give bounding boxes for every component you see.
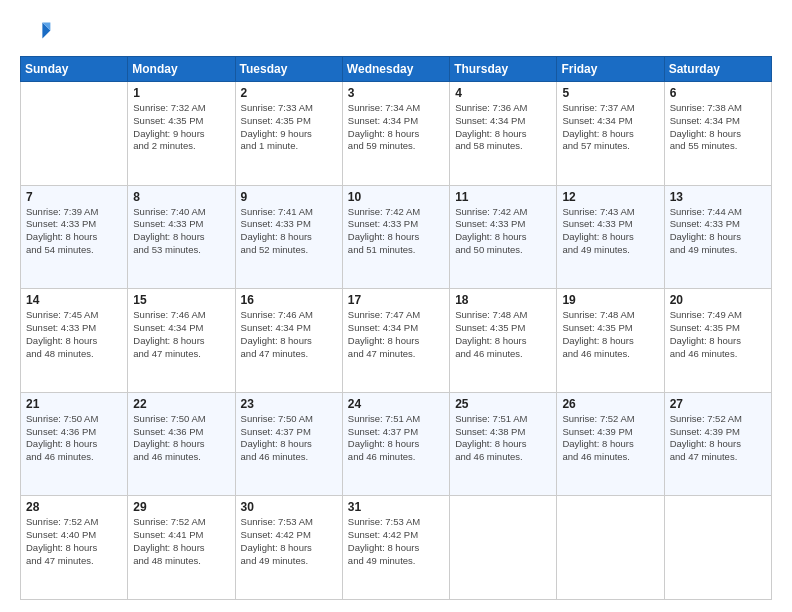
day-number: 26 [562, 397, 658, 411]
day-info: Sunrise: 7:32 AMSunset: 4:35 PMDaylight:… [133, 102, 229, 153]
calendar-table: SundayMondayTuesdayWednesdayThursdayFrid… [20, 56, 772, 600]
col-header-saturday: Saturday [664, 57, 771, 82]
calendar-cell: 9Sunrise: 7:41 AMSunset: 4:33 PMDaylight… [235, 185, 342, 289]
calendar-cell: 21Sunrise: 7:50 AMSunset: 4:36 PMDayligh… [21, 392, 128, 496]
calendar-cell: 30Sunrise: 7:53 AMSunset: 4:42 PMDayligh… [235, 496, 342, 600]
calendar-cell: 8Sunrise: 7:40 AMSunset: 4:33 PMDaylight… [128, 185, 235, 289]
day-info: Sunrise: 7:44 AMSunset: 4:33 PMDaylight:… [670, 206, 766, 257]
day-info: Sunrise: 7:42 AMSunset: 4:33 PMDaylight:… [455, 206, 551, 257]
col-header-wednesday: Wednesday [342, 57, 449, 82]
calendar-cell [557, 496, 664, 600]
day-info: Sunrise: 7:51 AMSunset: 4:37 PMDaylight:… [348, 413, 444, 464]
calendar-cell: 6Sunrise: 7:38 AMSunset: 4:34 PMDaylight… [664, 82, 771, 186]
calendar-cell: 31Sunrise: 7:53 AMSunset: 4:42 PMDayligh… [342, 496, 449, 600]
day-info: Sunrise: 7:48 AMSunset: 4:35 PMDaylight:… [455, 309, 551, 360]
day-info: Sunrise: 7:36 AMSunset: 4:34 PMDaylight:… [455, 102, 551, 153]
day-info: Sunrise: 7:52 AMSunset: 4:41 PMDaylight:… [133, 516, 229, 567]
day-number: 20 [670, 293, 766, 307]
day-number: 23 [241, 397, 337, 411]
calendar-cell: 19Sunrise: 7:48 AMSunset: 4:35 PMDayligh… [557, 289, 664, 393]
calendar-cell [664, 496, 771, 600]
day-number: 31 [348, 500, 444, 514]
calendar-cell: 2Sunrise: 7:33 AMSunset: 4:35 PMDaylight… [235, 82, 342, 186]
calendar-cell: 25Sunrise: 7:51 AMSunset: 4:38 PMDayligh… [450, 392, 557, 496]
day-number: 9 [241, 190, 337, 204]
calendar-cell: 10Sunrise: 7:42 AMSunset: 4:33 PMDayligh… [342, 185, 449, 289]
day-number: 22 [133, 397, 229, 411]
day-number: 4 [455, 86, 551, 100]
day-number: 25 [455, 397, 551, 411]
day-info: Sunrise: 7:50 AMSunset: 4:36 PMDaylight:… [26, 413, 122, 464]
day-number: 29 [133, 500, 229, 514]
calendar-cell: 26Sunrise: 7:52 AMSunset: 4:39 PMDayligh… [557, 392, 664, 496]
day-number: 24 [348, 397, 444, 411]
day-info: Sunrise: 7:43 AMSunset: 4:33 PMDaylight:… [562, 206, 658, 257]
calendar-cell: 28Sunrise: 7:52 AMSunset: 4:40 PMDayligh… [21, 496, 128, 600]
day-info: Sunrise: 7:46 AMSunset: 4:34 PMDaylight:… [133, 309, 229, 360]
day-info: Sunrise: 7:33 AMSunset: 4:35 PMDaylight:… [241, 102, 337, 153]
calendar-cell: 16Sunrise: 7:46 AMSunset: 4:34 PMDayligh… [235, 289, 342, 393]
day-info: Sunrise: 7:50 AMSunset: 4:36 PMDaylight:… [133, 413, 229, 464]
calendar-cell: 14Sunrise: 7:45 AMSunset: 4:33 PMDayligh… [21, 289, 128, 393]
day-info: Sunrise: 7:51 AMSunset: 4:38 PMDaylight:… [455, 413, 551, 464]
day-info: Sunrise: 7:50 AMSunset: 4:37 PMDaylight:… [241, 413, 337, 464]
calendar-cell: 20Sunrise: 7:49 AMSunset: 4:35 PMDayligh… [664, 289, 771, 393]
day-number: 30 [241, 500, 337, 514]
day-info: Sunrise: 7:34 AMSunset: 4:34 PMDaylight:… [348, 102, 444, 153]
day-info: Sunrise: 7:40 AMSunset: 4:33 PMDaylight:… [133, 206, 229, 257]
day-number: 10 [348, 190, 444, 204]
day-info: Sunrise: 7:47 AMSunset: 4:34 PMDaylight:… [348, 309, 444, 360]
day-info: Sunrise: 7:52 AMSunset: 4:40 PMDaylight:… [26, 516, 122, 567]
calendar-cell: 7Sunrise: 7:39 AMSunset: 4:33 PMDaylight… [21, 185, 128, 289]
day-number: 3 [348, 86, 444, 100]
day-info: Sunrise: 7:53 AMSunset: 4:42 PMDaylight:… [348, 516, 444, 567]
calendar-cell [21, 82, 128, 186]
day-number: 1 [133, 86, 229, 100]
day-info: Sunrise: 7:41 AMSunset: 4:33 PMDaylight:… [241, 206, 337, 257]
day-number: 5 [562, 86, 658, 100]
day-number: 16 [241, 293, 337, 307]
calendar-cell: 5Sunrise: 7:37 AMSunset: 4:34 PMDaylight… [557, 82, 664, 186]
col-header-friday: Friday [557, 57, 664, 82]
calendar-cell: 17Sunrise: 7:47 AMSunset: 4:34 PMDayligh… [342, 289, 449, 393]
col-header-monday: Monday [128, 57, 235, 82]
page: SundayMondayTuesdayWednesdayThursdayFrid… [0, 0, 792, 612]
calendar-header-row: SundayMondayTuesdayWednesdayThursdayFrid… [21, 57, 772, 82]
calendar-cell: 3Sunrise: 7:34 AMSunset: 4:34 PMDaylight… [342, 82, 449, 186]
day-info: Sunrise: 7:52 AMSunset: 4:39 PMDaylight:… [670, 413, 766, 464]
calendar-cell: 12Sunrise: 7:43 AMSunset: 4:33 PMDayligh… [557, 185, 664, 289]
col-header-sunday: Sunday [21, 57, 128, 82]
col-header-thursday: Thursday [450, 57, 557, 82]
calendar-cell: 24Sunrise: 7:51 AMSunset: 4:37 PMDayligh… [342, 392, 449, 496]
day-info: Sunrise: 7:45 AMSunset: 4:33 PMDaylight:… [26, 309, 122, 360]
calendar-cell: 29Sunrise: 7:52 AMSunset: 4:41 PMDayligh… [128, 496, 235, 600]
day-number: 2 [241, 86, 337, 100]
calendar-week-5: 28Sunrise: 7:52 AMSunset: 4:40 PMDayligh… [21, 496, 772, 600]
col-header-tuesday: Tuesday [235, 57, 342, 82]
day-number: 28 [26, 500, 122, 514]
day-number: 13 [670, 190, 766, 204]
calendar-week-4: 21Sunrise: 7:50 AMSunset: 4:36 PMDayligh… [21, 392, 772, 496]
calendar-cell: 23Sunrise: 7:50 AMSunset: 4:37 PMDayligh… [235, 392, 342, 496]
calendar-cell: 1Sunrise: 7:32 AMSunset: 4:35 PMDaylight… [128, 82, 235, 186]
day-number: 12 [562, 190, 658, 204]
day-number: 7 [26, 190, 122, 204]
day-info: Sunrise: 7:53 AMSunset: 4:42 PMDaylight:… [241, 516, 337, 567]
day-number: 27 [670, 397, 766, 411]
calendar-week-2: 7Sunrise: 7:39 AMSunset: 4:33 PMDaylight… [21, 185, 772, 289]
calendar-week-3: 14Sunrise: 7:45 AMSunset: 4:33 PMDayligh… [21, 289, 772, 393]
day-info: Sunrise: 7:52 AMSunset: 4:39 PMDaylight:… [562, 413, 658, 464]
day-number: 21 [26, 397, 122, 411]
day-number: 17 [348, 293, 444, 307]
day-info: Sunrise: 7:38 AMSunset: 4:34 PMDaylight:… [670, 102, 766, 153]
day-info: Sunrise: 7:48 AMSunset: 4:35 PMDaylight:… [562, 309, 658, 360]
calendar-cell [450, 496, 557, 600]
day-info: Sunrise: 7:37 AMSunset: 4:34 PMDaylight:… [562, 102, 658, 153]
day-number: 15 [133, 293, 229, 307]
calendar-cell: 4Sunrise: 7:36 AMSunset: 4:34 PMDaylight… [450, 82, 557, 186]
day-number: 8 [133, 190, 229, 204]
logo [20, 16, 56, 48]
header [20, 16, 772, 48]
calendar-cell: 22Sunrise: 7:50 AMSunset: 4:36 PMDayligh… [128, 392, 235, 496]
calendar-cell: 27Sunrise: 7:52 AMSunset: 4:39 PMDayligh… [664, 392, 771, 496]
